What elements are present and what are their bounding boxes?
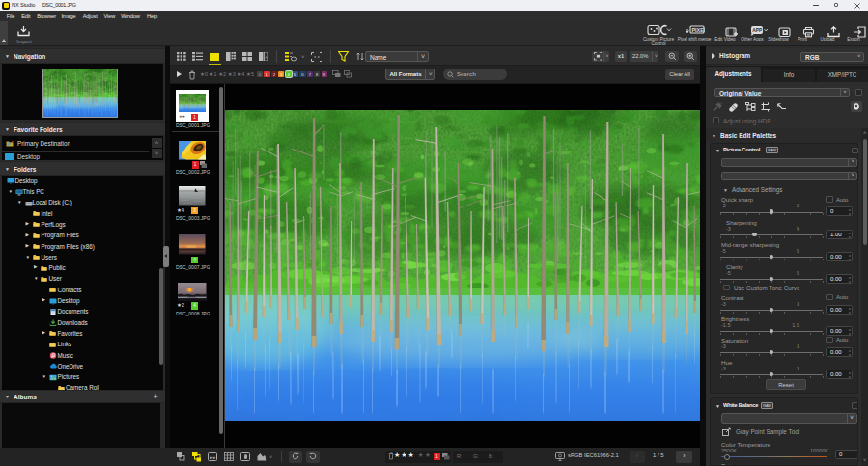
svg-text:PIXEL: PIXEL bbox=[691, 27, 705, 33]
